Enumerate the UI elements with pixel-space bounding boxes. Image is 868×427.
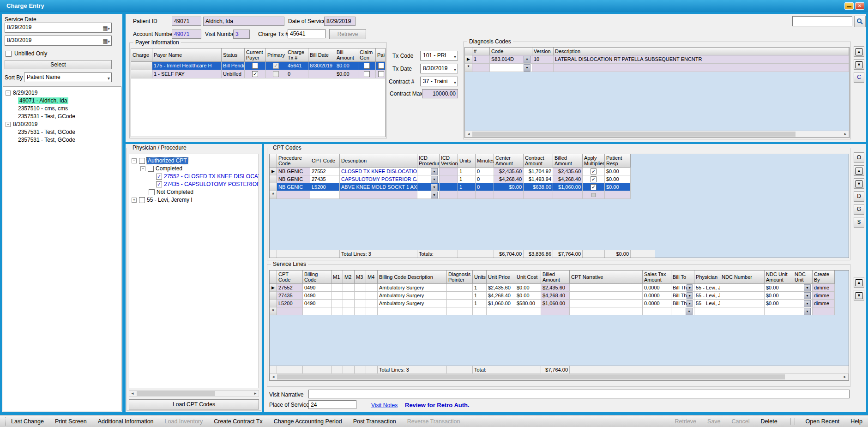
- scroll-right-icon[interactable]: ►: [842, 374, 848, 380]
- collapse-icon[interactable]: −: [6, 90, 11, 96]
- expand-icon[interactable]: +: [132, 198, 137, 203]
- apply-multiplier-checkbox[interactable]: ✓: [591, 176, 597, 182]
- physician-hscrollbar[interactable]: ◄ ►: [129, 390, 259, 397]
- col-patient-resp[interactable]: Patient Resp: [605, 154, 631, 168]
- service-row[interactable]: 27435 0490 Ambulatory Surgery 1 $4,268.4…: [270, 292, 849, 300]
- cpt-move-down-button[interactable]: ▼: [854, 178, 864, 189]
- scroll-right-icon[interactable]: ►: [252, 391, 259, 397]
- col-cpt-code[interactable]: CPT Code: [277, 271, 303, 284]
- checked-checkbox-icon[interactable]: ✓: [156, 181, 162, 187]
- minimize-icon[interactable]: ▬: [844, 2, 854, 10]
- col-current-payer[interactable]: Current Payer: [245, 48, 266, 62]
- dropdown-icon[interactable]: ▼: [431, 168, 438, 175]
- service-row[interactable]: L5200 0490 Ambulatory Surgery 1 $1,060.0…: [270, 300, 849, 307]
- calendar-icon[interactable]: ▦▾: [102, 37, 110, 46]
- search-button[interactable]: [854, 16, 866, 27]
- scroll-left-icon[interactable]: ◄: [129, 391, 136, 397]
- col-procedure-code[interactable]: Procedure Code: [277, 154, 310, 168]
- print-screen-button[interactable]: Print Screen: [55, 418, 87, 425]
- col-physician[interactable]: Physician: [694, 271, 720, 284]
- service-row[interactable]: ▶ 27552 0490 Ambulatory Surgery 1 $2,435…: [270, 284, 849, 292]
- claim-gen-checkbox[interactable]: [364, 63, 370, 69]
- dropdown-icon[interactable]: ▼: [804, 308, 811, 315]
- dropdown-icon[interactable]: ▼: [431, 184, 438, 191]
- col-cpt-code[interactable]: CPT Code: [310, 154, 340, 168]
- col-billed-amount[interactable]: Billed Amount: [553, 154, 583, 168]
- col-paid[interactable]: Paid: [376, 48, 386, 62]
- col-cpt-narrative[interactable]: CPT Narrative: [570, 271, 643, 284]
- tree-item-patient[interactable]: 2357510 - cms, cms: [18, 105, 68, 113]
- col-m3[interactable]: M3: [355, 271, 366, 284]
- collapse-icon[interactable]: −: [132, 158, 137, 163]
- cpt-row[interactable]: ▶ NB GENIC 27552 CLOSED TX KNEE DISLOCAT…: [270, 168, 849, 175]
- col-billing-code[interactable]: Billing Code: [303, 271, 332, 284]
- post-transaction-button[interactable]: Post Transaction: [353, 418, 396, 425]
- col-version[interactable]: Version: [532, 48, 554, 55]
- col-primary[interactable]: Primary: [266, 48, 286, 62]
- tree-item-patient[interactable]: 2357531 - Test, GCode: [18, 128, 75, 136]
- tx-date-select[interactable]: 8/30/2019▾: [420, 64, 458, 73]
- col-ndc-number[interactable]: NDC Number: [720, 271, 765, 284]
- diagnosis-c-button[interactable]: C: [854, 72, 864, 83]
- collapse-icon[interactable]: −: [6, 122, 11, 127]
- charge-tx-input[interactable]: 45641: [288, 29, 326, 38]
- checkbox-icon[interactable]: [139, 158, 145, 164]
- col-ndc-unit-amount[interactable]: NDC Unit Amount: [765, 271, 793, 284]
- col-payer-name[interactable]: Payer Name: [152, 48, 222, 62]
- col-description[interactable]: Description: [554, 48, 849, 55]
- calendar-icon[interactable]: ▦▾: [102, 24, 110, 33]
- col-apply-multiplier[interactable]: Apply Multiplier: [583, 154, 605, 168]
- current-payer-checkbox[interactable]: ✓: [252, 71, 258, 77]
- tree-group-date[interactable]: −8/29/2019: [6, 89, 37, 97]
- service-new-row[interactable]: * ▼ ▼: [270, 307, 849, 315]
- checked-checkbox-icon[interactable]: ✓: [156, 174, 162, 180]
- diagnosis-hscrollbar[interactable]: ◄ ►: [465, 131, 849, 138]
- col-unit-price[interactable]: Unit Price: [487, 271, 515, 284]
- cpt-o-button[interactable]: O: [854, 152, 864, 163]
- service-hscrollbar[interactable]: ◄ ►: [270, 373, 849, 380]
- cpt-row[interactable]: NB GENIC 27435 CAPSULOTOMY POSTERIOR CAP…: [270, 175, 849, 183]
- cpt-d-button[interactable]: D: [854, 191, 864, 202]
- service-move-down-button[interactable]: ▼: [854, 290, 864, 301]
- col-billing-desc[interactable]: Billing Code Description: [378, 271, 447, 284]
- col-unit-cost[interactable]: Unit Cost: [515, 271, 541, 284]
- diagnosis-row[interactable]: ▶ 1 S83.014D▼ 10 LATERAL DISLOCATION RT …: [465, 55, 849, 64]
- checkbox-icon[interactable]: [139, 197, 145, 203]
- col-num[interactable]: #: [472, 48, 490, 55]
- scroll-left-icon[interactable]: ◄: [270, 374, 277, 380]
- paid-checkbox[interactable]: [378, 71, 384, 77]
- current-payer-checkbox[interactable]: [252, 63, 258, 69]
- col-charge[interactable]: Charge: [131, 48, 152, 62]
- cpt-dollar-button[interactable]: $: [854, 217, 864, 228]
- scroll-left-icon[interactable]: ◄: [465, 131, 472, 137]
- dropdown-icon[interactable]: ▼: [687, 292, 693, 300]
- apply-multiplier-checkbox[interactable]: ✓: [591, 168, 597, 174]
- dropdown-icon[interactable]: ▼: [431, 176, 438, 183]
- load-cpt-codes-button[interactable]: Load CPT Codes: [129, 399, 259, 409]
- tree-item-patient[interactable]: 2357531 - Test, GCode: [18, 136, 75, 144]
- col-bill-date[interactable]: Bill Date: [308, 48, 335, 62]
- tree-node-provider[interactable]: +55 - Levi, Jeremy I: [132, 196, 193, 204]
- window-titlebar[interactable]: Charge Entry: [0, 0, 868, 12]
- col-m2[interactable]: M2: [343, 271, 355, 284]
- col-code[interactable]: Code: [490, 48, 532, 55]
- col-status[interactable]: Status: [222, 48, 245, 62]
- col-icd-version[interactable]: ICD Version: [440, 154, 458, 168]
- service-date-to-picker[interactable]: 8/30/2019 ▦▾: [5, 36, 112, 46]
- col-charge-tx[interactable]: Charge Tx #: [286, 48, 308, 62]
- col-description[interactable]: Description: [340, 154, 417, 168]
- col-bill-amount[interactable]: Bill Amount: [335, 48, 358, 62]
- payer-row[interactable]: 175 - Immel Healthcare H Bill Pendi ✓ 45…: [131, 62, 385, 70]
- col-bill-to[interactable]: Bill To: [671, 271, 694, 284]
- checkbox-icon[interactable]: [148, 166, 154, 172]
- visit-narrative-input[interactable]: [308, 390, 850, 398]
- tree-item-patient[interactable]: 2357531 - Test, GCode: [18, 113, 75, 120]
- tx-code-select[interactable]: 101 - PRI▾: [420, 51, 458, 60]
- col-m1[interactable]: M1: [332, 271, 343, 284]
- claim-gen-checkbox[interactable]: [364, 71, 370, 77]
- tree-node-not-completed[interactable]: Not Completed: [149, 188, 193, 196]
- close-icon[interactable]: ✕: [855, 2, 864, 10]
- retrieve-button[interactable]: Retrieve: [329, 29, 366, 39]
- apply-multiplier-checkbox[interactable]: ✓: [591, 184, 597, 190]
- dropdown-icon[interactable]: ▼: [524, 64, 530, 72]
